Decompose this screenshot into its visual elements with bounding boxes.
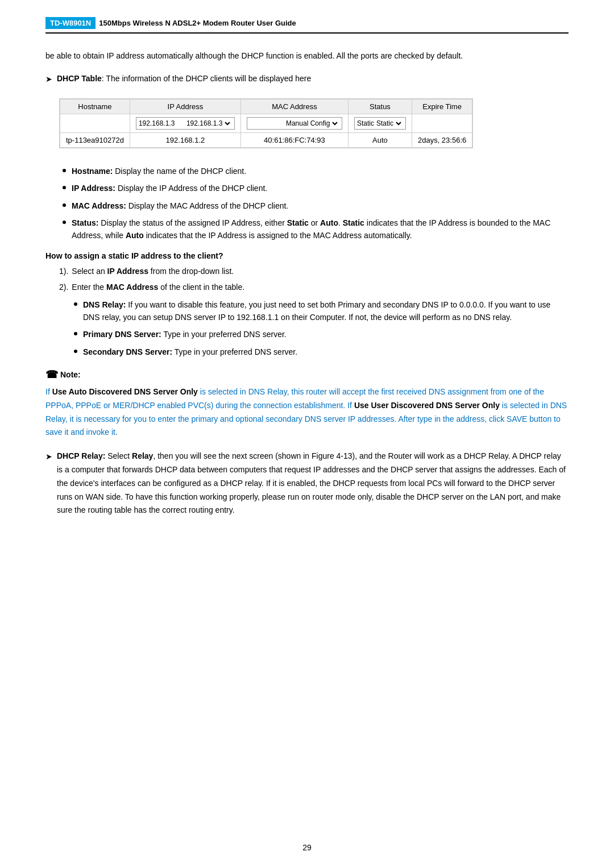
step-1-text: Select an IP Address from the drop-down …	[72, 265, 234, 277]
step-2-num: 2).	[59, 281, 68, 293]
row1-mac[interactable]: Manual Config	[240, 114, 348, 132]
bullet-ip-text: IP Address: Display the IP Address of th…	[72, 182, 267, 194]
step-1: 1). Select an IP Address from the drop-d…	[59, 265, 569, 277]
dhcp-table: Hostname IP Address MAC Address Status E…	[60, 99, 472, 148]
dhcp-heading-text: DHCP Table: The information of the DHCP …	[57, 72, 311, 85]
sub-bullet-list: DNS Relay: If you want to disable this f…	[74, 298, 569, 359]
dhcp-heading-bold: DHCP Table	[57, 74, 102, 83]
header-bar: TD-W8901N 150Mbps Wireless N ADSL2+ Mode…	[45, 17, 569, 34]
note-icon: ☎	[45, 368, 58, 381]
row1-expire	[412, 114, 472, 132]
ip-select[interactable]: 192.168.1.3	[184, 119, 232, 128]
static-ip-heading: How to assign a static IP address to the…	[45, 251, 569, 260]
status-dropdown[interactable]: Static Static Auto	[354, 117, 406, 130]
dns-relay-text: DNS Relay: If you want to disable this f…	[83, 298, 569, 324]
bullet-hostname: Hostname: Display the name of the DHCP c…	[63, 165, 569, 177]
arrow-icon: ➤	[45, 73, 52, 85]
bullet-dot	[63, 221, 66, 224]
bullet-dot	[74, 332, 77, 335]
bullet-status: Status: Display the status of the assign…	[63, 217, 569, 242]
dhcp-heading-suffix: : The information of the DHCP clients wi…	[102, 74, 311, 83]
status-value: Static	[357, 119, 374, 127]
col-ip: IP Address	[130, 99, 240, 114]
note-section: ☎ Note: If Use Auto Discovered DNS Serve…	[45, 368, 569, 439]
dhcp-bullet-list: Hostname: Display the name of the DHCP c…	[63, 165, 569, 242]
table-row-2: tp-113ea910272d 192.168.1.2 40:61:86:FC:…	[60, 132, 472, 147]
bullet-hostname-text: Hostname: Display the name of the DHCP c…	[72, 165, 246, 177]
bullet-dot	[63, 186, 66, 189]
mac-config-dropdown[interactable]: Manual Config	[247, 117, 342, 130]
relay-section: ➤ DHCP Relay: Select Relay, then you wil…	[45, 450, 569, 517]
row2-hostname: tp-113ea910272d	[60, 132, 130, 147]
row1-status[interactable]: Static Static Auto	[348, 114, 412, 132]
bullet-dot	[63, 169, 66, 172]
intro-text: be able to obtain IP address automatical…	[45, 49, 569, 62]
page-number: 29	[0, 843, 614, 852]
header-title: 150Mbps Wireless N ADSL2+ Modem Router U…	[99, 19, 296, 27]
mac-input[interactable]	[250, 119, 284, 127]
header-model: TD-W8901N	[45, 17, 96, 29]
bullet-dot	[74, 350, 77, 353]
col-status: Status	[348, 99, 412, 114]
page: TD-W8901N 150Mbps Wireless N ADSL2+ Mode…	[0, 0, 614, 868]
primary-dns-text: Primary DNS Server: Type in your preferr…	[83, 328, 287, 340]
bullet-dot	[74, 302, 77, 306]
row2-expire: 2days, 23:56:6	[412, 132, 472, 147]
secondary-dns-text: Secondary DNS Server: Type in your prefe…	[83, 346, 297, 358]
row1-hostname	[60, 114, 130, 132]
step-2: 2). Enter the MAC Address of the client …	[59, 281, 569, 293]
relay-arrow-icon: ➤	[45, 450, 52, 464]
note-text: If Use Auto Discovered DNS Server Only i…	[45, 385, 569, 439]
bullet-status-text: Status: Display the status of the assign…	[72, 217, 569, 242]
bullet-ip: IP Address: Display the IP Address of th…	[63, 182, 569, 194]
ip-input[interactable]	[139, 119, 184, 127]
row2-status: Auto	[348, 132, 412, 147]
relay-heading: ➤ DHCP Relay: Select Relay, then you wil…	[45, 450, 569, 517]
mac-config-select[interactable]: Manual Config	[284, 119, 339, 128]
col-mac: MAC Address	[240, 99, 348, 114]
bullet-mac-text: MAC Address: Display the MAC Address of …	[72, 200, 288, 212]
note-label-text: Note:	[60, 370, 81, 379]
sub-bullet-primary-dns: Primary DNS Server: Type in your preferr…	[74, 328, 569, 340]
col-expire: Expire Time	[412, 99, 472, 114]
numbered-steps: 1). Select an IP Address from the drop-d…	[59, 265, 569, 294]
note-label: ☎ Note:	[45, 368, 569, 381]
relay-text: DHCP Relay: Select Relay, then you will …	[57, 450, 569, 517]
sub-bullet-dns-relay: DNS Relay: If you want to disable this f…	[74, 298, 569, 324]
dhcp-table-wrapper: Hostname IP Address MAC Address Status E…	[59, 98, 473, 148]
table-row-1: 192.168.1.3 Manual Config	[60, 114, 472, 132]
row1-ip[interactable]: 192.168.1.3	[130, 114, 240, 132]
row2-ip: 192.168.1.2	[130, 132, 240, 147]
bullet-dot	[63, 203, 66, 207]
sub-bullet-secondary-dns: Secondary DNS Server: Type in your prefe…	[74, 346, 569, 358]
step-2-text: Enter the MAC Address of the client in t…	[72, 281, 244, 293]
col-hostname: Hostname	[60, 99, 130, 114]
dhcp-section-heading: ➤ DHCP Table: The information of the DHC…	[45, 72, 569, 85]
ip-dropdown[interactable]: 192.168.1.3	[136, 117, 235, 130]
status-select[interactable]: Static Auto	[374, 119, 403, 128]
bullet-mac: MAC Address: Display the MAC Address of …	[63, 200, 569, 212]
step-1-num: 1).	[59, 265, 68, 277]
row2-mac: 40:61:86:FC:74:93	[240, 132, 348, 147]
